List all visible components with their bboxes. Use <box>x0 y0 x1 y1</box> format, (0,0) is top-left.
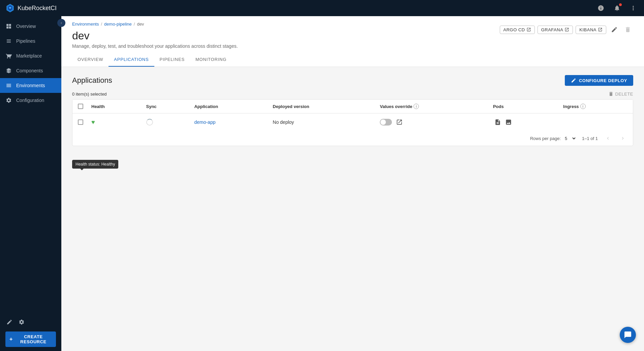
gear-icon <box>5 97 12 104</box>
deployed-version-value: No deploy <box>273 119 294 125</box>
sidebar-item-pipelines[interactable]: Pipelines <box>0 34 61 48</box>
ingress-column-header: Ingress i <box>558 100 633 113</box>
notifications-button[interactable] <box>612 3 622 13</box>
select-all-checkbox[interactable] <box>78 104 83 109</box>
tab-monitoring[interactable]: MONITORING <box>190 53 232 67</box>
delete-page-button[interactable] <box>622 24 633 35</box>
create-resource-label: CREATE RESOURCE <box>15 334 52 344</box>
sidebar-collapse-button[interactable]: ‹ <box>57 19 65 27</box>
applications-table-container: Health Sync Application Deployed version <box>72 99 633 146</box>
rows-per-page: Rows per page: 5 10 25 <box>530 135 577 142</box>
breadcrumb-pipeline[interactable]: demo-pipeline <box>104 22 132 27</box>
sidebar-nav: Overview Pipelines Marketplace Component… <box>0 16 61 311</box>
health-cell: ♥ <box>86 113 141 131</box>
logo-area: KubeRocketCI <box>5 3 57 13</box>
applications-table: Health Sync Application Deployed version <box>72 100 633 131</box>
breadcrumb-sep-2: / <box>134 22 135 27</box>
sync-cell <box>141 113 189 131</box>
sidebar-item-environments-label: Environments <box>16 83 45 88</box>
sidebar: ‹ Overview Pipelines Marketplace <box>0 16 61 351</box>
row-checkbox[interactable] <box>78 119 83 125</box>
pagination: Rows per page: 5 10 25 1–1 of 1 <box>72 131 633 146</box>
tab-pipelines[interactable]: PIPELINES <box>154 53 190 67</box>
values-override-toggle[interactable] <box>380 119 392 126</box>
argo-cd-label: ARGO CD <box>503 27 525 32</box>
selection-bar: 0 item(s) selected DELETE <box>72 91 633 97</box>
logo-icon <box>5 3 15 13</box>
breadcrumb-environments[interactable]: Environments <box>72 22 99 27</box>
breadcrumb-sep-1: / <box>101 22 102 27</box>
plus-icon: + <box>9 336 13 342</box>
pods-image-icon[interactable] <box>504 117 513 127</box>
cart-icon <box>5 52 12 59</box>
settings-icon-button[interactable] <box>18 318 26 326</box>
chat-fab-button[interactable] <box>620 327 636 343</box>
rows-per-page-select[interactable]: 5 10 25 <box>562 135 577 142</box>
pods-cell <box>488 113 558 131</box>
list-icon <box>5 82 12 89</box>
sidebar-item-configuration-label: Configuration <box>16 98 44 103</box>
pods-column-header: Pods <box>488 100 558 113</box>
sidebar-item-marketplace-label: Marketplace <box>16 53 42 59</box>
ingress-info-icon[interactable]: i <box>580 104 586 109</box>
argo-cd-button[interactable]: ARGO CD <box>500 26 535 34</box>
configure-deploy-label: CONFIGURE DEPLOY <box>579 78 627 83</box>
left-header: Environments / demo-pipeline / dev dev <box>72 22 144 42</box>
main-content: Applications CONFIGURE DEPLOY 0 item(s) … <box>61 67 644 351</box>
configure-deploy-button[interactable]: CONFIGURE DEPLOY <box>565 75 633 86</box>
next-page-button[interactable] <box>618 134 627 143</box>
grafana-button[interactable]: GRAFANA <box>538 26 573 34</box>
values-override-info-icon[interactable]: i <box>413 104 419 109</box>
sidebar-bottom-icons <box>5 315 56 329</box>
values-override-column-header: Values override i <box>374 100 488 113</box>
values-override-link-icon[interactable] <box>395 117 404 127</box>
app-name-cell: demo-app <box>189 113 267 131</box>
kibana-label: KIBANA <box>579 27 596 32</box>
sync-column-header: Sync <box>141 100 189 113</box>
page-info: 1–1 of 1 <box>582 136 598 141</box>
selection-count: 0 item(s) selected <box>72 92 107 97</box>
health-status-tooltip: Health status: Healthy <box>72 160 118 169</box>
delete-selected-button[interactable]: DELETE <box>608 91 633 97</box>
sidebar-item-overview[interactable]: Overview <box>0 19 61 34</box>
more-options-button[interactable] <box>628 3 639 13</box>
sidebar-item-components[interactable]: Components <box>0 63 61 78</box>
health-heart-icon: ♥ <box>91 119 95 126</box>
breadcrumb-current: dev <box>137 22 144 27</box>
edit-page-button[interactable] <box>609 24 620 35</box>
create-resource-button[interactable]: + CREATE RESOURCE <box>5 331 56 347</box>
tab-applications[interactable]: APPLICATIONS <box>109 53 154 67</box>
app-name: KubeRocketCI <box>18 5 57 12</box>
sidebar-bottom: + CREATE RESOURCE <box>0 311 61 351</box>
app-link[interactable]: demo-app <box>194 119 215 125</box>
breadcrumb: Environments / demo-pipeline / dev <box>72 22 144 27</box>
sidebar-item-pipelines-label: Pipelines <box>16 38 35 44</box>
sidebar-item-configuration[interactable]: Configuration <box>0 93 61 108</box>
prev-page-button[interactable] <box>603 134 613 143</box>
grid-icon <box>5 23 12 30</box>
content-area: Environments / demo-pipeline / dev dev A… <box>61 16 644 351</box>
deployed-version-column-header: Deployed version <box>267 100 374 113</box>
header-right <box>595 3 639 13</box>
info-button[interactable] <box>595 3 606 13</box>
sync-spinner-icon <box>146 119 153 126</box>
application-column-header: Application <box>189 100 267 113</box>
content-header: Environments / demo-pipeline / dev dev A… <box>61 16 644 67</box>
table-row: ♥ demo-app No deploy <box>72 113 633 131</box>
layers-icon <box>5 67 12 74</box>
edit-icon-button[interactable] <box>5 318 13 326</box>
sidebar-item-overview-label: Overview <box>16 24 36 29</box>
page-description: Manage, deploy, test, and troubleshoot y… <box>72 43 633 49</box>
page-title-row: Environments / demo-pipeline / dev dev A… <box>72 22 633 42</box>
kibana-button[interactable]: KIBANA <box>576 26 606 34</box>
applications-title: Applications <box>72 76 112 85</box>
sidebar-item-environments[interactable]: Environments <box>0 78 61 93</box>
deployed-version-cell: No deploy <box>267 113 374 131</box>
sidebar-item-marketplace[interactable]: Marketplace <box>0 48 61 63</box>
ingress-cell <box>558 113 633 131</box>
page-actions: ARGO CD GRAFANA KIBANA <box>500 24 633 35</box>
grafana-label: GRAFANA <box>541 27 563 32</box>
applications-header: Applications CONFIGURE DEPLOY <box>72 75 633 86</box>
pods-doc-icon[interactable] <box>493 117 502 127</box>
tab-overview[interactable]: OVERVIEW <box>72 53 109 67</box>
